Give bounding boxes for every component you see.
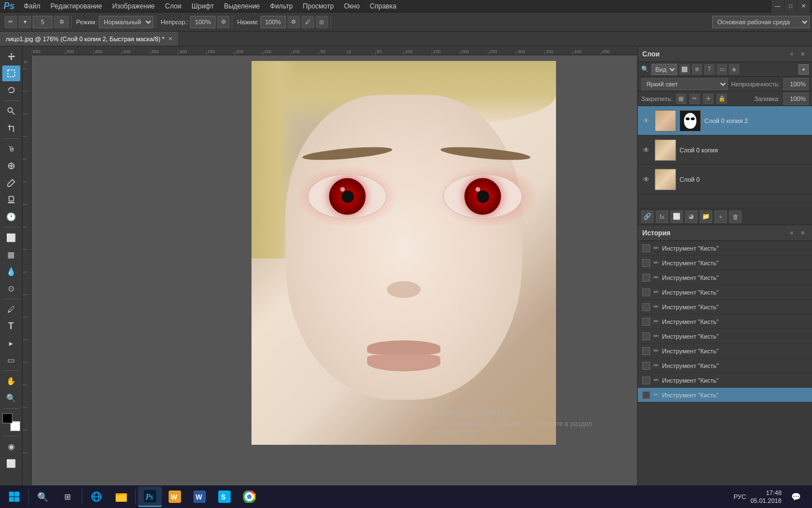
selection-tool-btn[interactable] (2, 65, 20, 81)
tablet-pressure-btn[interactable]: 🖊 (302, 16, 314, 28)
history-item-10[interactable]: ✏ Инструмент "Кисть" (638, 388, 812, 402)
layer-effect-btn[interactable]: fx (656, 211, 668, 223)
history-item-6[interactable]: ✏ Инструмент "Кисть" (638, 329, 812, 344)
lasso-tool-btn[interactable] (2, 82, 20, 98)
layer-blend-mode-select[interactable]: Яркий свет (641, 78, 728, 90)
history-item-5[interactable]: ✏ Инструмент "Кисть" (638, 314, 812, 329)
blend-mode-dropdown[interactable]: Нормальный (99, 16, 153, 28)
pen-tool-btn[interactable]: 🖊 (2, 301, 20, 317)
menu-edit[interactable]: Редактирование (46, 1, 107, 11)
brush-settings-btn[interactable]: ⚙ (54, 16, 69, 28)
minimize-button[interactable]: — (771, 0, 784, 12)
history-collapse-btn[interactable]: « (787, 229, 796, 238)
document-tab-close[interactable]: ✕ (168, 36, 173, 42)
layer-item-1[interactable]: 👁 Слой 0 копия (638, 135, 812, 165)
blur-tool-btn[interactable]: 💧 (2, 264, 20, 279)
taskbar-photoshop-btn[interactable]: Ps (138, 487, 162, 507)
screen-mode-btn[interactable]: ⬜ (2, 456, 20, 471)
history-menu-btn[interactable]: ≡ (798, 229, 807, 238)
history-item-0[interactable]: ✏ Инструмент "Кисть" (638, 241, 812, 256)
layer-filter-adjust-btn[interactable]: ⊕ (692, 64, 702, 75)
history-item-7[interactable]: ✏ Инструмент "Кисть" (638, 344, 812, 358)
layer-filter-smart-btn[interactable]: ◈ (729, 64, 739, 75)
menu-image[interactable]: Изображение (108, 1, 160, 11)
canvas-bg[interactable]: Активация Windows Чтобы активировать Win… (32, 55, 637, 492)
layer-filter-toggle[interactable]: ● (798, 64, 809, 75)
taskbar-chrome-btn[interactable] (237, 487, 261, 507)
layer-eye-0[interactable]: 👁 (641, 116, 651, 126)
history-item-4[interactable]: ✏ Инструмент "Кисть" (638, 300, 812, 314)
history-checkbox-10[interactable] (642, 391, 650, 399)
lock-move-btn[interactable]: ✛ (703, 94, 713, 104)
foreground-color-swatch[interactable] (2, 413, 12, 423)
menu-view[interactable]: Просмотр (298, 1, 338, 11)
layer-delete-btn[interactable]: 🗑 (729, 211, 742, 223)
history-checkbox-5[interactable] (642, 318, 650, 326)
opacity-settings-btn[interactable]: ⚙ (217, 16, 230, 28)
menu-window[interactable]: Окно (339, 1, 364, 11)
eraser-tool-btn[interactable]: ⬜ (2, 230, 20, 246)
taskbar-notifications-btn[interactable]: 💬 (784, 487, 807, 507)
eyedropper-tool-btn[interactable]: 🖰 (2, 141, 20, 157)
history-checkbox-3[interactable] (642, 288, 650, 296)
lock-all-btn[interactable]: 🔒 (717, 94, 727, 104)
history-checkbox-6[interactable] (642, 332, 650, 340)
close-button[interactable]: ✕ (797, 0, 810, 12)
brush-tool-btn[interactable] (2, 175, 20, 191)
brush-size-input[interactable] (33, 16, 52, 28)
brush-icon[interactable]: ✏ (5, 16, 17, 28)
start-button[interactable] (2, 487, 26, 507)
layer-item-0[interactable]: 👁 Слой 0 копия 2 (638, 106, 812, 135)
path-select-btn[interactable]: ▸ (2, 335, 20, 351)
menu-file[interactable]: Файл (19, 1, 45, 11)
brush-preset-picker[interactable]: ▾ (19, 16, 31, 28)
pressure-settings-btn[interactable]: ⚙ (288, 16, 300, 28)
taskbar-ie-btn[interactable] (85, 487, 108, 507)
taskbar-language[interactable]: РУС (731, 493, 748, 500)
gradient-tool-btn[interactable]: ▦ (2, 247, 20, 262)
quick-mask-btn[interactable]: ◎ (316, 16, 328, 28)
history-item-8[interactable]: ✏ Инструмент "Кисть" (638, 358, 812, 373)
history-checkbox-4[interactable] (642, 303, 650, 311)
taskbar-explorer-btn[interactable] (109, 487, 133, 507)
dodge-tool-btn[interactable]: ⊙ (2, 281, 20, 296)
pressure-input[interactable] (261, 16, 286, 28)
layer-filter-dropdown[interactable]: Вид (651, 64, 677, 75)
layer-link-btn[interactable]: 🔗 (641, 211, 654, 223)
history-brush-btn[interactable]: 🕐 (2, 209, 20, 225)
lock-transparency-btn[interactable]: ▦ (676, 94, 686, 104)
taskbar-skype-btn[interactable]: S (213, 487, 236, 507)
opacity-input-layers[interactable] (783, 78, 809, 90)
maximize-button[interactable]: □ (784, 0, 797, 12)
history-checkbox-7[interactable] (642, 347, 650, 355)
text-tool-btn[interactable]: T (2, 318, 20, 334)
menu-select[interactable]: Выделение (219, 1, 264, 11)
menu-filter[interactable]: Фильтр (266, 1, 297, 11)
opacity-input[interactable] (190, 16, 215, 28)
layer-filter-shape-btn[interactable]: ▭ (717, 64, 727, 75)
menu-help[interactable]: Справка (365, 1, 401, 11)
quick-select-tool-btn[interactable] (2, 103, 20, 119)
taskbar-app2-btn[interactable]: W (163, 487, 187, 507)
move-tool-btn[interactable] (2, 49, 20, 64)
history-checkbox-9[interactable] (642, 376, 650, 384)
taskbar-search-btn[interactable]: 🔍 (31, 487, 55, 507)
taskbar-task-view-btn[interactable]: ⊞ (56, 487, 80, 507)
quick-mask-mode-btn[interactable]: ◉ (2, 439, 20, 454)
history-item-2[interactable]: ✏ Инструмент "Кисть" (638, 270, 812, 285)
layer-filter-pixel-btn[interactable] (679, 64, 690, 75)
crop-tool-btn[interactable] (2, 120, 20, 136)
taskbar-word-btn[interactable]: W (188, 487, 211, 507)
layers-collapse-btn[interactable]: « (787, 50, 796, 59)
hand-tool-btn[interactable]: ✋ (2, 373, 20, 389)
document-tab[interactable]: лицо1.jpg @ 176% (Слой 0 копия 2, Быстра… (0, 32, 179, 46)
fill-value-input[interactable] (783, 93, 809, 105)
history-checkbox-2[interactable] (642, 274, 650, 282)
menu-layers[interactable]: Слои (161, 1, 186, 11)
menu-type[interactable]: Шрифт (187, 1, 218, 11)
history-item-3[interactable]: ✏ Инструмент "Кисть" (638, 285, 812, 300)
layer-mask-btn[interactable]: ⬜ (670, 211, 683, 223)
history-checkbox-0[interactable] (642, 244, 650, 252)
workspace-dropdown[interactable]: Основная рабочая среда (712, 16, 810, 28)
heal-tool-btn[interactable] (2, 158, 20, 174)
